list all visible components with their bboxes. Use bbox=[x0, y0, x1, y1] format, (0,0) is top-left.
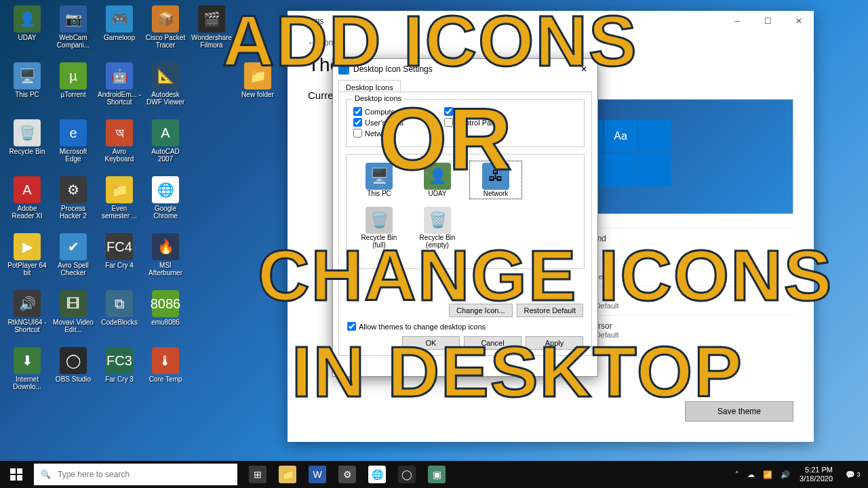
desktop-icon[interactable]: ⬇Internet Downlo... bbox=[5, 347, 49, 400]
taskbar-app-app[interactable]: ▣ bbox=[422, 461, 452, 488]
notification-center[interactable]: 💬 3 bbox=[838, 470, 868, 479]
icon-label: AndroidEm... - Shortcut bbox=[98, 91, 141, 106]
maximize-button[interactable]: ☐ bbox=[753, 11, 783, 31]
checkbox-computer[interactable]: Computer bbox=[353, 107, 403, 116]
start-button[interactable] bbox=[0, 461, 33, 488]
taskbar-app-settings[interactable]: ⚙ bbox=[332, 461, 362, 488]
desktop-icon[interactable]: 📐Autodesk DWF Viewer bbox=[144, 62, 187, 115]
icon-label: OBS Studio bbox=[56, 375, 91, 383]
app-icon: FC4 bbox=[106, 233, 133, 260]
back-home[interactable]: ← Home bbox=[308, 38, 793, 47]
desktop-icon[interactable]: 🌡Core Temp bbox=[144, 347, 187, 400]
icon-preview-item[interactable]: 🖥️This PC bbox=[353, 161, 405, 199]
taskbar-app-word[interactable]: W bbox=[302, 461, 332, 488]
desktop-icon[interactable]: ⧉CodeBlocks bbox=[98, 290, 141, 343]
desktop-icon[interactable]: FC4Far Cry 4 bbox=[98, 233, 141, 286]
allow-themes-checkbox[interactable]: Allow themes to change desktop icons bbox=[347, 322, 486, 331]
icon-label: CodeBlocks bbox=[101, 319, 137, 326]
icon-preview-item[interactable]: 🗑️Recycle Bin (full) bbox=[353, 205, 405, 250]
taskbar-app-chrome[interactable]: 🌐 bbox=[362, 461, 392, 488]
dialog-titlebar[interactable]: Desktop Icon Settings bbox=[333, 59, 597, 79]
desktop-icon[interactable]: 📁Even semester ... bbox=[98, 176, 141, 229]
checkbox-input[interactable] bbox=[353, 118, 362, 127]
desktop-icon[interactable]: 👤UDAY bbox=[5, 5, 49, 58]
desktop-icon[interactable]: 📷WebCam Compani... bbox=[52, 5, 95, 58]
icon-label: Autodesk DWF Viewer bbox=[144, 91, 187, 106]
desktop-icon[interactable]: 🔊RtkNGUI64 - Shortcut bbox=[5, 290, 49, 343]
desktop-icon[interactable]: FC3Far Cry 3 bbox=[98, 347, 141, 400]
taskbar-app-task-view[interactable]: ⊞ bbox=[243, 461, 273, 488]
icon-label: µTorrent bbox=[61, 91, 86, 98]
app-icon: 📦 bbox=[152, 5, 179, 33]
tray-icon[interactable]: ˄ bbox=[731, 470, 743, 479]
app-icon: FC3 bbox=[106, 347, 133, 374]
checkbox-input[interactable] bbox=[444, 107, 453, 116]
desktop-icon[interactable]: 🌐Google Chrome bbox=[144, 176, 187, 229]
checkbox-control-panel[interactable]: Control Panel bbox=[444, 118, 501, 127]
desktop-icon[interactable]: 🎬Wondershare Filmora bbox=[190, 5, 233, 58]
tray-icon[interactable]: 🔊 bbox=[776, 470, 794, 479]
desktop-icon[interactable]: ▶PotPlayer 64 bit bbox=[5, 233, 49, 286]
desktop-icon[interactable]: 🎮Gameloop bbox=[98, 5, 141, 58]
desktop[interactable]: 👤UDAY📷WebCam Compani...🎮Gameloop📦Cisco P… bbox=[0, 0, 868, 461]
icon-preview-item[interactable]: 🖧Network bbox=[470, 161, 521, 199]
cancel-button[interactable]: Cancel bbox=[464, 336, 521, 350]
desktop-icon[interactable]: ✔Avro Spell Checker bbox=[52, 233, 95, 286]
icon-label: Microsoft Edge bbox=[52, 148, 95, 163]
icon-preview-item[interactable]: 🗑️Recycle Bin (empty) bbox=[412, 205, 463, 250]
desktop-icon[interactable]: ⚙Process Hacker 2 bbox=[52, 176, 95, 229]
preview-label: UDAY bbox=[428, 190, 446, 197]
desktop-icon[interactable]: 🎞Movavi Video Edit... bbox=[52, 290, 95, 343]
desktop-icon[interactable]: 📁New folder bbox=[236, 62, 279, 115]
obs-icon: ◯ bbox=[398, 466, 416, 483]
checkbox-input[interactable] bbox=[353, 129, 362, 138]
allow-themes-input[interactable] bbox=[347, 322, 356, 331]
app-icon: 📷 bbox=[60, 5, 87, 33]
restore-default-button[interactable]: Restore Default bbox=[517, 304, 583, 317]
preview-tile: Aa bbox=[604, 120, 637, 152]
desktop-icon[interactable]: অAvro Keyboard bbox=[98, 119, 141, 172]
icon-label: This PC bbox=[15, 91, 39, 98]
icon-preview-item[interactable]: 👤UDAY bbox=[412, 161, 463, 199]
desktop-icon[interactable]: 🗑️Recycle Bin bbox=[5, 119, 49, 172]
search-box[interactable]: 🔍 Type here to search bbox=[34, 464, 237, 485]
close-button[interactable]: ✕ bbox=[783, 11, 814, 31]
tray-icon[interactable]: ☁ bbox=[743, 470, 759, 479]
apply-button[interactable]: Apply bbox=[526, 336, 583, 350]
notification-count: 3 bbox=[856, 471, 860, 478]
desktop-icon[interactable]: AAutoCAD 2007 bbox=[144, 119, 187, 172]
taskbar-app-file-explorer[interactable]: 📁 bbox=[273, 461, 302, 488]
change-icon-button[interactable]: Change Icon... bbox=[449, 304, 513, 317]
tab-desktop-icons[interactable]: Desktop Icons bbox=[338, 80, 401, 92]
ok-button[interactable]: OK bbox=[402, 336, 460, 350]
checkbox-recycle-bin[interactable]: Recycle Bin bbox=[444, 107, 501, 116]
icon-preview-list: 🖥️This PC👤UDAY🖧Network🗑️Recycle Bin (ful… bbox=[346, 154, 585, 269]
checkbox-input[interactable] bbox=[444, 118, 453, 127]
clock-date: 3/18/2020 bbox=[800, 474, 833, 483]
checkbox-network[interactable]: Network bbox=[353, 129, 403, 138]
minimize-button[interactable]: ─ bbox=[722, 11, 753, 31]
checkbox-user-s-files[interactable]: User's Files bbox=[353, 118, 403, 127]
app-icon: A bbox=[14, 176, 41, 203]
desktop-icon[interactable]: AAdobe Reader XI bbox=[5, 176, 49, 229]
desktop-icon[interactable]: 🖥️This PC bbox=[5, 62, 49, 115]
desktop-icon[interactable]: eMicrosoft Edge bbox=[52, 119, 95, 172]
checkbox-input[interactable] bbox=[353, 107, 362, 116]
file-explorer-icon: 📁 bbox=[279, 466, 296, 483]
group-label: Desktop icons bbox=[352, 94, 404, 102]
desktop-icon[interactable]: 🤖AndroidEm... - Shortcut bbox=[98, 62, 141, 115]
app-icon: 📁 bbox=[106, 176, 133, 203]
desktop-icon[interactable]: 🔥MSI Afterburner bbox=[144, 233, 187, 286]
save-theme-button[interactable]: Save theme bbox=[685, 401, 793, 422]
tray-icon[interactable]: 📶 bbox=[759, 470, 776, 479]
preview-tile bbox=[638, 154, 671, 186]
taskbar-app-obs[interactable]: ◯ bbox=[392, 461, 422, 488]
desktop-icon[interactable]: 📦Cisco Packet Tracer bbox=[144, 5, 187, 58]
dialog-close-button[interactable]: ✕ bbox=[570, 59, 597, 79]
app-icon: 👤 bbox=[14, 5, 41, 33]
desktop-icon[interactable]: 8086emu8086 bbox=[144, 290, 187, 343]
desktop-icon[interactable]: µµTorrent bbox=[52, 62, 95, 115]
desktop-icon[interactable]: ◯OBS Studio bbox=[52, 347, 95, 400]
taskbar-clock[interactable]: 5:21 PM 3/18/2020 bbox=[794, 466, 838, 483]
app-icon: 8086 bbox=[152, 290, 179, 317]
